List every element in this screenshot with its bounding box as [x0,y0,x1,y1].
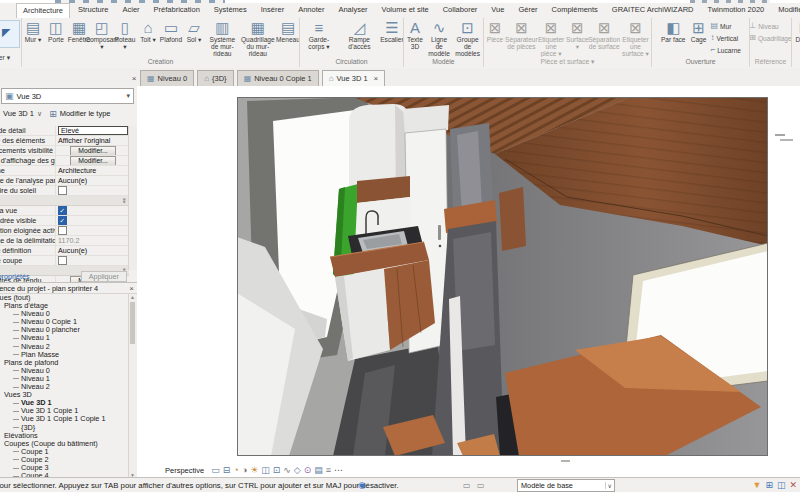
ribbon-tab-acier[interactable]: Acier [116,3,145,18]
ribbon-tab-volume-et-site[interactable]: Volume et site [376,3,435,18]
ribbon-tab-twinmotion-2020[interactable]: Twinmotion 2020 [702,3,771,18]
ribbon-tab-modifier[interactable]: Modifier [772,3,800,18]
visual-style-icon[interactable]: ⊟ [223,464,231,476]
tree-item-niveau-0-copie-1[interactable]: Niveau 0 Copie 1 [13,318,129,326]
filter-icon[interactable]: ▼ [752,480,761,490]
property-value[interactable] [56,216,129,225]
ribbon-button-par-face[interactable]: ◧Par face [660,19,687,57]
ribbon-button-mur[interactable]: ▤Mur [711,20,742,32]
ribbon-tab-architecture[interactable]: Architecture [16,3,70,18]
ribbon-button-composant[interactable]: ◰Composant ▾ [91,19,113,57]
tree-item-niveau-2[interactable]: Niveau 2 [13,383,129,391]
crop-view-icon[interactable]: ◫ [261,464,270,476]
ribbon-tab-ins-rer[interactable]: Insérer [255,3,290,18]
door-handle[interactable] [438,225,441,240]
tree-item-niveau-0-plancher[interactable]: Niveau 0 plancher [13,326,129,334]
ribbon-button-garde-corps[interactable]: ≡Garde-corps ▾ [300,19,338,57]
close-icon[interactable]: × [129,284,134,293]
ribbon-tab-syst-mes[interactable]: Systèmes [208,3,253,18]
property-value[interactable] [56,206,129,215]
tree-item-coupe-1[interactable]: Coupe 1 [13,448,129,456]
scroll-up-icon[interactable]: ▲ [130,294,135,300]
sun-path-icon[interactable]: ◔ [233,464,238,476]
property-value[interactable]: Architecture [56,166,129,175]
ribbon-tab-vue[interactable]: Vue [485,3,510,18]
elevation-marker[interactable] [780,139,793,141]
chevron-down-icon[interactable]: ∨ [37,110,42,118]
temporary-view-icon[interactable]: ▤ [314,464,323,476]
property-value[interactable] [56,186,129,195]
ribbon-button-s-parateur-de-pi-ces[interactable]: ⊠Séparateur de pièces [507,19,536,57]
property-value[interactable]: Modifier... [56,156,129,165]
editable-only-icon[interactable]: ⊞ [765,480,773,490]
design-options-icon[interactable]: ▭ [477,481,485,490]
property-value[interactable]: Aucun(e) [56,176,129,185]
modify-button[interactable]: Modifier... [70,146,115,155]
property-value[interactable] [56,256,129,265]
tree-item-vues-3d[interactable]: Vues 3D [4,391,129,399]
property-value[interactable] [56,226,129,235]
project-browser-header[interactable]: Arborescence du projet - plan sprinter 4… [0,282,137,294]
tree-item-coupes-coupe-du-b-timent[interactable]: Coupes (Coupe du bâtiment) [4,440,129,448]
ribbon-tab-collaborer[interactable]: Collaborer [437,3,484,18]
ribbon-button-syst-me-de-mur-rideau[interactable]: ▥Système de mur-rideau [206,19,239,57]
view-tab-niveau-0[interactable]: ▦Niveau 0 [140,70,194,86]
checkbox[interactable] [58,216,67,225]
background-processes-icon[interactable]: ▭ [463,481,471,490]
property-value[interactable]: Aucun(e) [56,246,129,255]
checkbox[interactable] [58,206,67,215]
reveal-hidden-icon[interactable]: ⊙ [304,464,312,476]
tree-item-vue-3d-1-copie-1[interactable]: Vue 3D 1 Copie 1 [13,407,129,415]
unlocked-view-icon[interactable]: ∿ [283,464,291,476]
ribbon-tab-structure[interactable]: Structure [72,3,114,18]
exclude-options-icon[interactable]: ✕ [789,480,797,490]
property-value-input[interactable]: Elevé [58,126,128,135]
property-value[interactable]: 1170.2 [56,236,129,245]
ribbon-button-pi-ce[interactable]: ⊠Pièce [484,19,506,57]
property-value[interactable]: Afficher l'original [56,136,129,145]
ribbon-button-poteau[interactable]: ▯Poteau ▾ [114,19,136,57]
modify-button[interactable]: Modifier... [70,156,115,165]
design-option-combo[interactable]: Modèle de base ∨ [517,479,615,492]
ribbon-tab-graitec-archiwizard[interactable]: GRAITEC ArchiWIZARD [606,3,700,18]
tree-item-vue-3d-1[interactable]: Vue 3D 1 [13,399,129,407]
close-icon[interactable]: × [374,74,379,83]
ribbon-button-meneau[interactable]: ▤Meneau [277,19,299,57]
tree-item-niveau-0[interactable]: Niveau 0 [13,310,129,318]
tree-item-plans-de-plafond[interactable]: Plans de plafond [4,359,129,367]
browser-scrollbar[interactable]: ▲ ▼ [128,294,137,478]
tree-item-el-vations[interactable]: Elévations [4,432,129,440]
expand-icon[interactable]: ⇕ [122,196,127,205]
ribbon-button-groupe-de-mod-les[interactable]: ⊡Groupe de modèles ▾ [452,19,483,57]
ribbon-button-plafond[interactable]: ▭Plafond [160,19,182,57]
scrollbar-thumb[interactable] [130,302,135,344]
tree-item-vues-tout[interactable]: Vues (tout) [0,294,129,302]
ribbon-button-porte[interactable]: ◫Porte [45,19,67,57]
checkbox[interactable] [58,226,67,235]
worksharing-icon[interactable]: ◉ [358,480,366,490]
tree-item-plan-masse[interactable]: Plan Masse [13,351,129,359]
3d-scene[interactable] [237,97,768,456]
checkbox[interactable] [58,186,67,195]
ribbon-button-escalier[interactable]: ☰Escalier [381,19,403,57]
more-tools-icon[interactable]: ⋯ [334,464,343,476]
property-value[interactable]: Elevé [56,126,129,135]
splitter-handle[interactable] [561,460,570,462]
tree-item-niveau-1[interactable]: Niveau 1 [13,334,129,342]
ribbon-button-vertical[interactable]: ↕Vertical [711,32,742,44]
view-tab-vue-3d-1[interactable]: ⌂Vue 3D 1× [322,70,386,86]
tree-item-niveau-0[interactable]: Niveau 0 [13,367,129,375]
ribbon-button-mur[interactable]: ▤Mur ▾ [22,19,44,57]
tree-item-coupe-3[interactable]: Coupe 3 [13,464,129,472]
displacement-icon[interactable]: ≡ [326,464,331,476]
ribbon-button-niveau[interactable]: ⊥Niveau [750,20,791,32]
ribbon-button-ligne-de-mod-le[interactable]: ∿Ligne de modèle [427,19,451,57]
ribbon-tab-g-rer[interactable]: Gérer [512,3,543,18]
wood-return-panel[interactable] [499,187,526,251]
property-value[interactable]: Modifier... [56,146,129,155]
modify-type-button[interactable]: Modifier le type [60,109,111,118]
ribbon-button-toit[interactable]: ⌂Toit ▾ [137,19,159,57]
ribbon-button-quadrillage-du-mur-rideau[interactable]: ▦Quadrillage du mur-rideau [240,19,276,57]
ribbon-button-etiqueter-une-pi-ce[interactable]: ⊠Etiqueter une pièce ▾ [537,19,566,57]
ribbon-button-rampe-d-acc-s[interactable]: ◿Rampe d'accès [339,19,380,57]
